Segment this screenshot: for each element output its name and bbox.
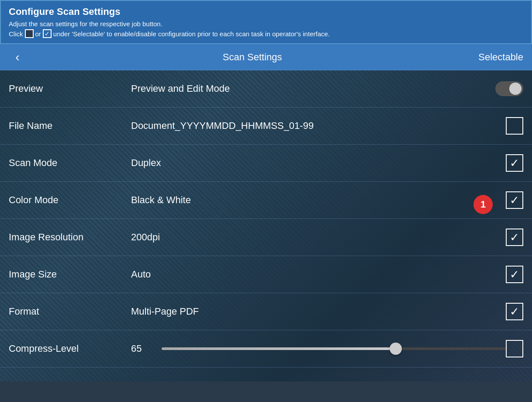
setting-value-image-resolution: 200dpi — [131, 232, 506, 243]
checkbox-file-name[interactable] — [506, 117, 523, 135]
header-instruction: Click or ✓ under 'Selectable' to enable/… — [9, 29, 523, 38]
setting-value-format: Multi-Page PDF — [131, 306, 506, 317]
checkmark-scan-mode: ✓ — [510, 157, 519, 169]
setting-label-compress-level: Compress-Level — [9, 343, 131, 354]
slider-track-compress-level[interactable] — [162, 347, 506, 350]
setting-label-file-name: File Name — [9, 120, 131, 132]
toggle-switch-preview[interactable] — [495, 81, 523, 96]
checkbox-compress-level[interactable] — [506, 340, 523, 357]
instruction-or-text: or — [35, 30, 41, 38]
checkbox-control-image-size[interactable]: ✓ — [506, 266, 523, 283]
checkbox-control-file-name[interactable] — [506, 117, 523, 135]
checkbox-control-scan-mode[interactable]: ✓ — [506, 154, 523, 172]
checkbox-scan-mode[interactable]: ✓ — [506, 154, 523, 172]
setting-value-image-size: Auto — [131, 269, 506, 280]
toggle-preview[interactable] — [495, 81, 523, 96]
setting-row-compress-level: Compress-Level65 — [0, 330, 532, 367]
slider-value-compress-level: 65 — [131, 343, 153, 354]
checkbox-image-size[interactable]: ✓ — [506, 266, 523, 283]
setting-label-image-size: Image Size — [9, 269, 131, 280]
setting-value-scan-mode: Duplex — [131, 157, 506, 169]
checkmark-image-resolution: ✓ — [510, 232, 519, 243]
setting-row-image-size: Image SizeAuto✓ — [0, 256, 532, 293]
header-title: Configure Scan Settings — [9, 6, 523, 17]
checkbox-format[interactable]: ✓ — [506, 303, 523, 320]
setting-row-image-resolution: Image Resolution200dpi✓ — [0, 219, 532, 256]
setting-row-file-name: File NameDocument_YYYYMMDD_HHMMSS_01-99 — [0, 107, 532, 145]
slider-thumb-compress-level[interactable] — [390, 343, 402, 355]
setting-value-preview: Preview and Edit Mode — [131, 83, 495, 94]
checkbox-image-resolution[interactable]: ✓ — [506, 229, 523, 246]
setting-label-preview: Preview — [9, 83, 131, 94]
header-description: Adjust the scan settings for the respect… — [9, 20, 523, 28]
setting-row-color-mode: Color ModeBlack & White✓1 — [0, 182, 532, 219]
setting-row-scan-mode: Scan ModeDuplex✓ — [0, 145, 532, 182]
toolbar-selectable-label: Selectable — [478, 52, 523, 63]
checkbox-control-format[interactable]: ✓ — [506, 303, 523, 320]
checkbox-control-compress-level[interactable] — [506, 340, 523, 357]
badge-color-mode: 1 — [473, 195, 493, 214]
toolbar-title: Scan Settings — [26, 52, 478, 63]
checkbox-control-image-resolution[interactable]: ✓ — [506, 229, 523, 246]
instruction-checked-checkbox: ✓ — [43, 29, 52, 38]
settings-content: PreviewPreview and Edit ModeFile NameDoc… — [0, 70, 532, 381]
header-banner: Configure Scan Settings Adjust the scan … — [0, 0, 532, 44]
setting-value-color-mode: Black & White — [131, 194, 506, 206]
setting-label-scan-mode: Scan Mode — [9, 157, 131, 169]
instruction-click-text: Click — [9, 30, 23, 38]
checkmark-format: ✓ — [510, 306, 519, 317]
slider-container-compress-level: 65 — [131, 343, 506, 354]
setting-label-image-resolution: Image Resolution — [9, 232, 131, 243]
setting-value-file-name: Document_YYYYMMDD_HHMMSS_01-99 — [131, 120, 506, 132]
checkbox-control-color-mode[interactable]: ✓ — [506, 191, 523, 209]
back-button[interactable]: ‹ — [9, 50, 26, 64]
checkmark-color-mode: ✓ — [510, 194, 519, 206]
checkmark-image-size: ✓ — [510, 269, 519, 280]
setting-row-preview: PreviewPreview and Edit Mode — [0, 70, 532, 107]
instruction-empty-checkbox — [25, 29, 34, 38]
setting-row-format: FormatMulti-Page PDF✓ — [0, 293, 532, 330]
toolbar: ‹ Scan Settings Selectable — [0, 44, 532, 70]
setting-label-format: Format — [9, 306, 131, 317]
checkbox-color-mode[interactable]: ✓ — [506, 191, 523, 209]
instruction-rest-text: under 'Selectable' to enable/disable con… — [53, 30, 330, 38]
setting-label-color-mode: Color Mode — [9, 194, 131, 206]
